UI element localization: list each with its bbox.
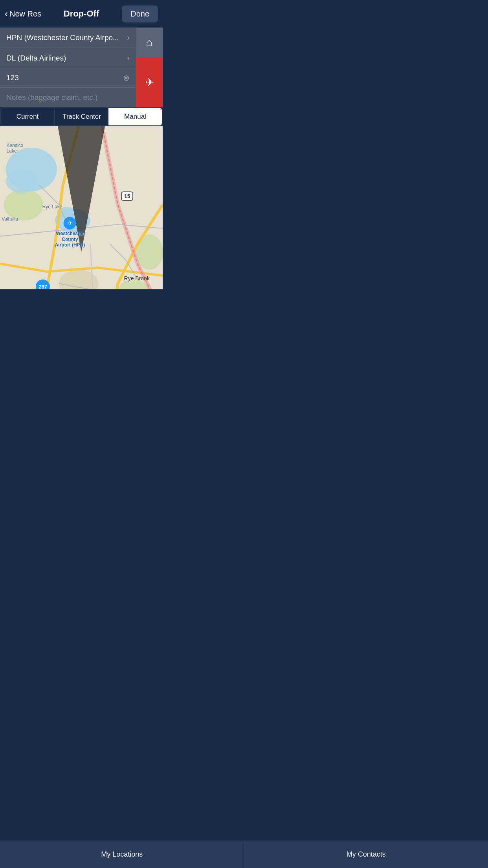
header: ‹ New Res Drop-Off Done xyxy=(0,0,163,28)
airline-field-value: DL (Delta Airlines) xyxy=(6,54,127,63)
airport-field-value: HPN (Westchester County Airpo... xyxy=(6,33,127,42)
airline-chevron-icon: › xyxy=(127,53,130,63)
home-icon: ⌂ xyxy=(146,36,153,49)
rye-brook-label: Rye Brook xyxy=(124,275,150,281)
page-title: Drop-Off xyxy=(64,9,99,19)
home-button[interactable]: ⌂ xyxy=(136,28,163,57)
airport-icon: ✈ xyxy=(64,217,76,230)
valhalla-label: Valhalla xyxy=(2,216,18,222)
map-area[interactable]: ✈ Westchester County Airport (HPN) 15 28… xyxy=(0,126,163,289)
clear-flight-button[interactable]: ⊗ xyxy=(123,73,130,83)
segment-control: Current Track Center Manual xyxy=(0,107,163,126)
airport-field-row[interactable]: HPN (Westchester County Airpo... › xyxy=(0,28,136,48)
track-center-segment-button[interactable]: Track Center xyxy=(54,107,108,126)
flight-button[interactable]: ✈ xyxy=(136,57,163,107)
back-arrow-icon: ‹ xyxy=(5,9,8,18)
form-fields: HPN (Westchester County Airpo... › DL (D… xyxy=(0,28,136,107)
notes-row[interactable]: Notes (baggage claim, etc.) xyxy=(0,88,136,107)
airline-field-row[interactable]: DL (Delta Airlines) › xyxy=(0,48,136,68)
flight-number-row: ⊗ xyxy=(0,68,136,88)
kensico-lake-label: KensicoLake xyxy=(7,143,24,154)
flight-number-input[interactable] xyxy=(6,74,123,82)
svg-point-8 xyxy=(6,169,37,193)
current-segment-button[interactable]: Current xyxy=(0,107,54,126)
form-area: HPN (Westchester County Airpo... › DL (D… xyxy=(0,28,163,107)
back-label: New Res xyxy=(9,9,41,18)
notes-placeholder: Notes (baggage claim, etc.) xyxy=(6,93,97,101)
plane-icon: ✈ xyxy=(145,76,154,89)
manual-segment-button[interactable]: Manual xyxy=(108,107,163,126)
road-15-badge: 15 xyxy=(121,191,134,201)
airport-marker: ✈ Westchester County Airport (HPN) xyxy=(55,217,85,248)
airport-chevron-icon: › xyxy=(127,33,130,42)
done-button[interactable]: Done xyxy=(122,6,158,22)
side-buttons: ⌂ ✈ xyxy=(136,28,163,107)
airport-label: Westchester County Airport (HPN) xyxy=(55,231,85,248)
back-button[interactable]: ‹ New Res xyxy=(5,9,41,18)
